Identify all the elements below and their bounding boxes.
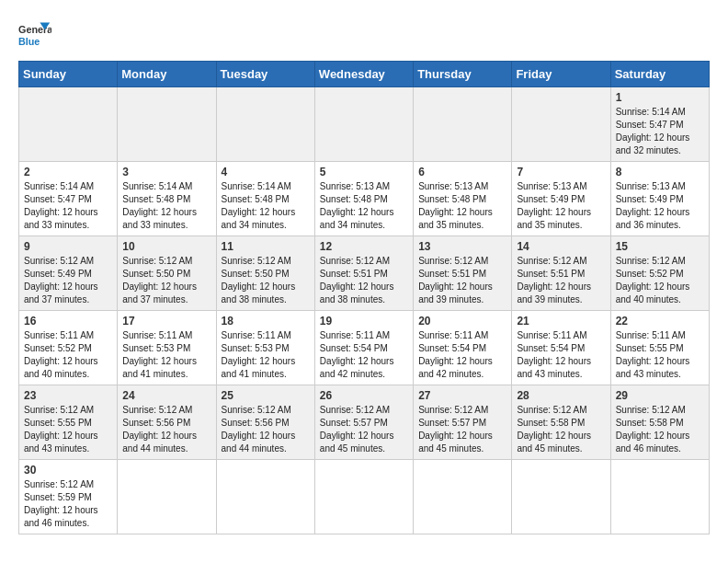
calendar-cell <box>610 460 709 534</box>
day-number: 25 <box>222 389 310 402</box>
calendar-cell: 3Sunrise: 5:14 AM Sunset: 5:48 PM Daylig… <box>118 162 216 236</box>
day-info: Sunrise: 5:12 AM Sunset: 5:51 PM Dayligh… <box>320 255 408 306</box>
weekday-header-sunday: Sunday <box>19 62 118 87</box>
day-info: Sunrise: 5:13 AM Sunset: 5:49 PM Dayligh… <box>616 180 704 232</box>
day-number: 21 <box>517 315 605 327</box>
day-number: 6 <box>418 166 506 178</box>
calendar-cell: 13Sunrise: 5:12 AM Sunset: 5:51 PM Dayli… <box>414 236 512 311</box>
calendar-cell: 14Sunrise: 5:12 AM Sunset: 5:51 PM Dayli… <box>512 236 610 311</box>
calendar-cell: 22Sunrise: 5:11 AM Sunset: 5:55 PM Dayli… <box>610 311 709 385</box>
calendar-week-row: 30Sunrise: 5:12 AM Sunset: 5:59 PM Dayli… <box>19 460 710 534</box>
day-number: 7 <box>517 166 605 178</box>
day-number: 8 <box>616 166 704 178</box>
day-info: Sunrise: 5:11 AM Sunset: 5:54 PM Dayligh… <box>517 329 605 381</box>
svg-text:Blue: Blue <box>18 36 40 47</box>
calendar-week-row: 2Sunrise: 5:14 AM Sunset: 5:47 PM Daylig… <box>19 162 710 236</box>
day-info: Sunrise: 5:11 AM Sunset: 5:53 PM Dayligh… <box>122 329 210 381</box>
day-number: 1 <box>616 91 704 104</box>
day-number: 26 <box>320 389 408 402</box>
calendar-cell <box>512 460 610 534</box>
calendar-cell: 27Sunrise: 5:12 AM Sunset: 5:57 PM Dayli… <box>414 385 512 460</box>
day-number: 5 <box>320 166 408 178</box>
calendar-cell: 23Sunrise: 5:12 AM Sunset: 5:55 PM Dayli… <box>19 385 118 460</box>
day-info: Sunrise: 5:12 AM Sunset: 5:56 PM Dayligh… <box>222 404 310 455</box>
day-number: 11 <box>222 240 310 253</box>
day-info: Sunrise: 5:12 AM Sunset: 5:50 PM Dayligh… <box>122 255 210 306</box>
day-number: 20 <box>418 315 506 327</box>
calendar-cell: 29Sunrise: 5:12 AM Sunset: 5:58 PM Dayli… <box>610 385 709 460</box>
day-number: 2 <box>24 166 112 178</box>
calendar-cell <box>118 87 216 162</box>
calendar-cell: 17Sunrise: 5:11 AM Sunset: 5:53 PM Dayli… <box>118 311 216 385</box>
generalblue-logo-icon: General Blue <box>18 18 51 52</box>
day-info: Sunrise: 5:12 AM Sunset: 5:57 PM Dayligh… <box>418 404 506 455</box>
day-info: Sunrise: 5:11 AM Sunset: 5:54 PM Dayligh… <box>320 329 408 381</box>
day-number: 14 <box>517 240 605 253</box>
calendar-cell: 25Sunrise: 5:12 AM Sunset: 5:56 PM Dayli… <box>216 385 314 460</box>
weekday-header-wednesday: Wednesday <box>314 62 413 87</box>
day-info: Sunrise: 5:12 AM Sunset: 5:49 PM Dayligh… <box>24 255 112 306</box>
day-info: Sunrise: 5:12 AM Sunset: 5:59 PM Dayligh… <box>24 478 112 530</box>
day-info: Sunrise: 5:11 AM Sunset: 5:54 PM Dayligh… <box>418 329 506 381</box>
page-header: General Blue <box>18 18 710 52</box>
day-number: 23 <box>24 389 112 402</box>
calendar-cell: 5Sunrise: 5:13 AM Sunset: 5:48 PM Daylig… <box>314 162 413 236</box>
calendar-cell: 7Sunrise: 5:13 AM Sunset: 5:49 PM Daylig… <box>512 162 610 236</box>
weekday-header-tuesday: Tuesday <box>216 62 314 87</box>
day-info: Sunrise: 5:13 AM Sunset: 5:48 PM Dayligh… <box>418 180 506 232</box>
calendar-cell <box>216 87 314 162</box>
calendar-week-row: 9Sunrise: 5:12 AM Sunset: 5:49 PM Daylig… <box>19 236 710 311</box>
weekday-header-friday: Friday <box>512 62 610 87</box>
day-info: Sunrise: 5:12 AM Sunset: 5:55 PM Dayligh… <box>24 404 112 455</box>
calendar-week-row: 1Sunrise: 5:14 AM Sunset: 5:47 PM Daylig… <box>19 87 710 162</box>
day-info: Sunrise: 5:12 AM Sunset: 5:51 PM Dayligh… <box>418 255 506 306</box>
calendar-cell: 11Sunrise: 5:12 AM Sunset: 5:50 PM Dayli… <box>216 236 314 311</box>
day-info: Sunrise: 5:11 AM Sunset: 5:52 PM Dayligh… <box>24 329 112 381</box>
day-info: Sunrise: 5:12 AM Sunset: 5:51 PM Dayligh… <box>517 255 605 306</box>
day-number: 3 <box>122 166 210 178</box>
day-number: 22 <box>616 315 704 327</box>
calendar-cell: 20Sunrise: 5:11 AM Sunset: 5:54 PM Dayli… <box>414 311 512 385</box>
day-info: Sunrise: 5:12 AM Sunset: 5:58 PM Dayligh… <box>517 404 605 455</box>
day-info: Sunrise: 5:12 AM Sunset: 5:58 PM Dayligh… <box>616 404 704 455</box>
day-number: 28 <box>517 389 605 402</box>
calendar-header: SundayMondayTuesdayWednesdayThursdayFrid… <box>19 62 710 87</box>
day-info: Sunrise: 5:12 AM Sunset: 5:56 PM Dayligh… <box>122 404 210 455</box>
day-info: Sunrise: 5:13 AM Sunset: 5:48 PM Dayligh… <box>320 180 408 232</box>
calendar-cell <box>314 460 413 534</box>
weekday-header-row: SundayMondayTuesdayWednesdayThursdayFrid… <box>19 62 710 87</box>
calendar-cell <box>216 460 314 534</box>
day-number: 12 <box>320 240 408 253</box>
day-number: 24 <box>122 389 210 402</box>
day-info: Sunrise: 5:13 AM Sunset: 5:49 PM Dayligh… <box>517 180 605 232</box>
calendar-cell: 4Sunrise: 5:14 AM Sunset: 5:48 PM Daylig… <box>216 162 314 236</box>
logo: General Blue <box>18 18 51 52</box>
day-number: 19 <box>320 315 408 327</box>
day-info: Sunrise: 5:14 AM Sunset: 5:48 PM Dayligh… <box>222 180 310 232</box>
day-number: 18 <box>222 315 310 327</box>
calendar-week-row: 23Sunrise: 5:12 AM Sunset: 5:55 PM Dayli… <box>19 385 710 460</box>
day-number: 27 <box>418 389 506 402</box>
calendar-cell <box>118 460 216 534</box>
day-info: Sunrise: 5:12 AM Sunset: 5:50 PM Dayligh… <box>222 255 310 306</box>
day-number: 17 <box>122 315 210 327</box>
calendar-week-row: 16Sunrise: 5:11 AM Sunset: 5:52 PM Dayli… <box>19 311 710 385</box>
calendar-cell: 19Sunrise: 5:11 AM Sunset: 5:54 PM Dayli… <box>314 311 413 385</box>
calendar-body: 1Sunrise: 5:14 AM Sunset: 5:47 PM Daylig… <box>19 87 710 534</box>
day-number: 15 <box>616 240 704 253</box>
calendar-cell: 6Sunrise: 5:13 AM Sunset: 5:48 PM Daylig… <box>414 162 512 236</box>
day-info: Sunrise: 5:14 AM Sunset: 5:47 PM Dayligh… <box>616 106 704 157</box>
calendar-cell <box>512 87 610 162</box>
day-number: 30 <box>24 464 112 477</box>
day-info: Sunrise: 5:14 AM Sunset: 5:47 PM Dayligh… <box>24 180 112 232</box>
calendar-cell: 15Sunrise: 5:12 AM Sunset: 5:52 PM Dayli… <box>610 236 709 311</box>
weekday-header-thursday: Thursday <box>414 62 512 87</box>
day-info: Sunrise: 5:11 AM Sunset: 5:55 PM Dayligh… <box>616 329 704 381</box>
calendar-cell: 9Sunrise: 5:12 AM Sunset: 5:49 PM Daylig… <box>19 236 118 311</box>
calendar-cell <box>314 87 413 162</box>
day-info: Sunrise: 5:12 AM Sunset: 5:52 PM Dayligh… <box>616 255 704 306</box>
calendar-table: SundayMondayTuesdayWednesdayThursdayFrid… <box>18 61 710 534</box>
day-info: Sunrise: 5:14 AM Sunset: 5:48 PM Dayligh… <box>122 180 210 232</box>
calendar-cell: 28Sunrise: 5:12 AM Sunset: 5:58 PM Dayli… <box>512 385 610 460</box>
weekday-header-monday: Monday <box>118 62 216 87</box>
